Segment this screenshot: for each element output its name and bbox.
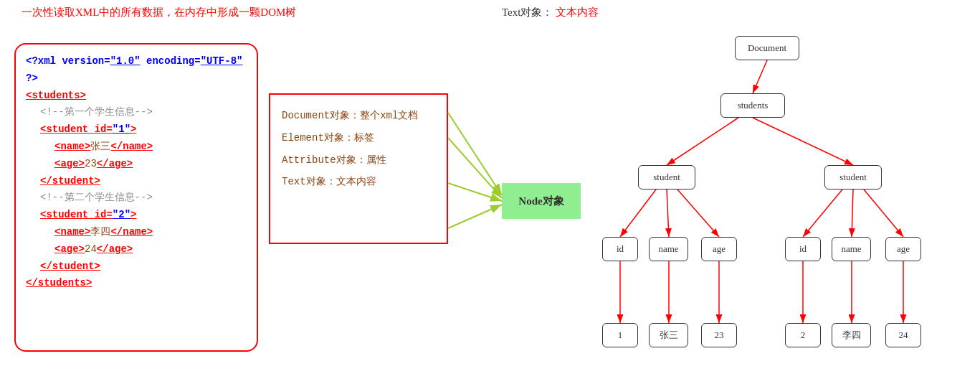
top-right-label: Text对象：: [502, 6, 553, 18]
xml-code-box: <?xml version="1.0" encoding="UTF-8" ?> …: [14, 43, 258, 352]
dom-objects-box: Document对象：整个xml文档 Element对象：标签 Attribut…: [269, 93, 448, 244]
tree-node-val1: 1: [602, 323, 638, 347]
tree-node-val-li: 李四: [832, 323, 871, 347]
xml-line-age2: <age>24</age>: [26, 241, 247, 258]
tree-node-name1: name: [649, 237, 688, 261]
xml-line-student1-open: <student id="1">: [26, 121, 247, 139]
top-right-text: Text对象： 文本内容: [502, 6, 599, 19]
svg-line-13: [852, 190, 853, 237]
tree-node-val2: 2: [785, 323, 821, 347]
xml-line-students-open: <students>: [26, 88, 247, 105]
tree-node-val24: 24: [885, 323, 921, 347]
svg-line-10: [667, 190, 669, 237]
tree-node-id2: id: [785, 237, 821, 261]
svg-line-9: [620, 190, 656, 237]
svg-line-14: [864, 190, 903, 237]
svg-line-4: [448, 205, 502, 228]
node-box: Node对象: [502, 183, 581, 219]
tree-node-id1: id: [602, 237, 638, 261]
tree-edges-svg: [595, 22, 968, 373]
node-label: Node对象: [518, 195, 563, 208]
svg-line-7: [667, 118, 738, 165]
dom-element-line: Element对象：标签: [282, 127, 435, 149]
xml-line-pi: <?xml version="1.0" encoding="UTF-8" ?>: [26, 53, 247, 88]
xml-line-student1-close: </student>: [26, 173, 247, 190]
svg-line-2: [448, 138, 502, 198]
xml-line-students-close: </students>: [26, 275, 247, 292]
xml-line-student2-close: </student>: [26, 258, 247, 276]
svg-line-1: [448, 113, 502, 195]
xml-line-age1: <age>23</age>: [26, 156, 247, 173]
dom-tree: Document students student student id nam…: [595, 22, 968, 373]
top-right-value: 文本内容: [556, 6, 599, 18]
svg-line-8: [753, 118, 853, 165]
tree-node-student2: student: [824, 165, 882, 190]
svg-line-6: [753, 60, 767, 93]
dom-text-line: Text对象：文本内容: [282, 171, 435, 193]
tree-node-students: students: [720, 93, 785, 118]
svg-line-11: [677, 190, 719, 237]
xml-line-name1: <name>张三</name>: [26, 139, 247, 156]
xml-line-student2-open: <student id="2">: [26, 207, 247, 224]
tree-node-val-zhang: 张三: [649, 323, 688, 347]
tree-node-student1: student: [638, 165, 695, 190]
tree-node-age2: age: [885, 237, 921, 261]
top-left-text: 一次性读取XML中的所有数据，在内存中形成一颗DOM树: [22, 6, 296, 19]
tree-node-val23: 23: [701, 323, 737, 347]
xml-line-comment2: <!--第二个学生信息-->: [26, 190, 247, 207]
tree-node-name2: name: [832, 237, 871, 261]
tree-node-age1: age: [701, 237, 737, 261]
tree-node-document: Document: [735, 36, 799, 60]
dom-document-line: Document对象：整个xml文档: [282, 105, 435, 127]
dom-attribute-line: Attribute对象：属性: [282, 149, 435, 172]
xml-line-name2: <name>李四</name>: [26, 224, 247, 241]
svg-line-3: [448, 183, 502, 201]
svg-line-12: [803, 190, 842, 237]
xml-line-comment1: <!--第一个学生信息-->: [26, 104, 247, 121]
